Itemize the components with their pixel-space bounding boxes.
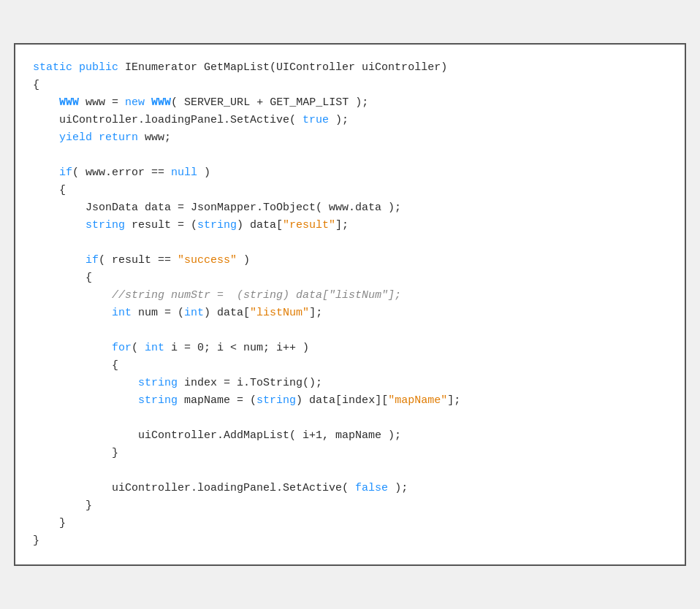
code-editor: static public IEnumerator GetMapList(UIC… xyxy=(14,43,686,566)
code-content: static public IEnumerator GetMapList(UIC… xyxy=(33,59,667,550)
